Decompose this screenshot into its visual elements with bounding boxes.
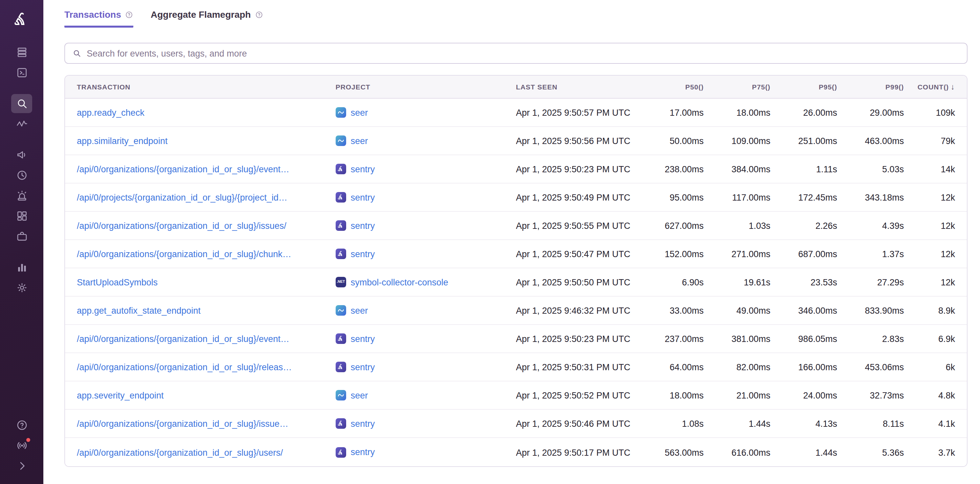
column-header-project[interactable]: PROJECT — [336, 83, 516, 91]
transaction-link[interactable]: /api/0/organizations/{organization_id_or… — [77, 221, 286, 231]
alerts-icon — [16, 189, 28, 202]
count-cell-text: 12k — [940, 221, 955, 231]
p75-cell-text: 49.00ms — [736, 306, 770, 316]
sidebar-item-replays[interactable] — [11, 166, 32, 185]
dashboards-icon — [16, 210, 28, 222]
table-row: app.ready_checkseerApr 1, 2025 9:50:57 P… — [65, 99, 967, 127]
sidebar-item-issues[interactable] — [11, 43, 32, 62]
sidebar-item-collapse[interactable] — [11, 456, 32, 476]
p99-cell-text: 463.00ms — [865, 136, 904, 146]
p75-cell: 616.00ms — [709, 446, 776, 458]
sidebar-nav — [11, 42, 32, 298]
sidebar-footer — [11, 415, 32, 476]
column-header-count[interactable]: COUNT() ↓ — [909, 82, 967, 91]
transaction-link[interactable]: /api/0/organizations/{organization_id_or… — [77, 447, 283, 457]
project-link[interactable]: sentry — [351, 447, 375, 457]
transaction-link[interactable]: /api/0/organizations/{organization_id_or… — [77, 419, 288, 429]
count-cell: 14k — [909, 163, 967, 175]
sidebar-item-stats[interactable] — [11, 258, 32, 277]
project-link[interactable]: seer — [351, 136, 368, 146]
project-link[interactable]: sentry — [351, 220, 375, 230]
transaction-link[interactable]: StartUploadSymbols — [77, 278, 158, 288]
project-link[interactable]: symbol-collector-console — [351, 277, 448, 287]
count-cell: 12k — [909, 248, 967, 260]
transaction-link[interactable]: /api/0/organizations/{organization_id_or… — [77, 165, 290, 174]
p75-cell-text: 21.00ms — [736, 391, 770, 401]
project-cell: seer — [336, 390, 516, 401]
column-header-p95[interactable]: P95() — [776, 83, 842, 91]
p95-cell: 24.00ms — [776, 389, 842, 401]
tab-aggregate-flamegraph[interactable]: Aggregate Flamegraph — [151, 9, 263, 28]
sidebar-item-feedback[interactable] — [11, 145, 32, 165]
p75-cell: 18.00ms — [709, 107, 776, 118]
transaction-link[interactable]: /api/0/organizations/{organization_id_or… — [77, 334, 290, 344]
transaction-cell: /api/0/organizations/{organization_id_or… — [65, 163, 336, 175]
p99-cell-text: 5.03s — [882, 165, 904, 174]
sidebar-item-whats-new[interactable] — [11, 436, 32, 455]
sidebar-item-search[interactable] — [11, 94, 32, 113]
transaction-link[interactable]: app.severity_endpoint — [77, 391, 164, 401]
project-cell: seer — [336, 107, 516, 118]
column-header-p50[interactable]: P50() — [642, 83, 709, 91]
tab-transactions[interactable]: Transactions — [64, 9, 134, 28]
last-seen-cell: Apr 1, 2025 9:46:32 PM UTC — [516, 305, 642, 316]
count-cell-text: 12k — [940, 278, 955, 288]
p75-cell: 384.00ms — [709, 163, 776, 175]
project-link[interactable]: sentry — [351, 164, 375, 174]
last-seen-cell: Apr 1, 2025 9:50:46 PM UTC — [516, 418, 642, 430]
project-link[interactable]: sentry — [351, 362, 375, 372]
sidebar-item-settings[interactable] — [11, 278, 32, 297]
sidebar-item-alerts[interactable] — [11, 186, 32, 205]
sidebar-item-dashboards[interactable] — [11, 206, 32, 225]
p95-cell: 1.11s — [776, 163, 842, 175]
search-input[interactable] — [87, 48, 959, 58]
count-cell: 3.7k — [909, 446, 967, 458]
project-link[interactable]: sentry — [351, 192, 375, 202]
project-cell: seer — [336, 136, 516, 146]
p99-cell-text: 833.90ms — [865, 306, 904, 316]
p50-cell-text: 33.00ms — [670, 306, 704, 316]
p99-cell: 29.00ms — [842, 107, 909, 118]
transaction-cell: app.similarity_endpoint — [65, 135, 336, 147]
p95-cell: 251.00ms — [776, 135, 842, 147]
search-bar[interactable] — [64, 43, 967, 64]
project-link[interactable]: seer — [351, 390, 368, 400]
p95-cell: 172.45ms — [776, 192, 842, 203]
sidebar-item-projects[interactable] — [11, 63, 32, 82]
transaction-link[interactable]: app.similarity_endpoint — [77, 136, 167, 146]
column-header-p99[interactable]: P99() — [842, 83, 909, 91]
sidebar-item-help[interactable] — [11, 415, 32, 434]
help-icon[interactable] — [255, 10, 263, 19]
project-link[interactable]: seer — [351, 107, 368, 117]
p50-cell-text: 6.90s — [682, 278, 704, 288]
sidebar-item-releases[interactable] — [11, 227, 32, 246]
column-header-p75[interactable]: P75() — [709, 83, 776, 91]
project-link[interactable]: sentry — [351, 419, 375, 428]
transaction-link[interactable]: /api/0/projects/{organization_id_or_slug… — [77, 193, 287, 203]
last-seen-cell: Apr 1, 2025 9:50:55 PM UTC — [516, 220, 642, 232]
count-cell: 79k — [909, 135, 967, 147]
p99-cell-text: 29.00ms — [870, 108, 904, 118]
p75-cell: 19.61s — [709, 276, 776, 288]
help-icon[interactable] — [125, 10, 134, 19]
table-row: /api/0/organizations/{organization_id_or… — [65, 325, 967, 353]
transaction-link[interactable]: app.ready_check — [77, 108, 145, 118]
count-cell-text: 4.1k — [938, 419, 955, 429]
project-link[interactable]: sentry — [351, 334, 375, 343]
p50-cell: 33.00ms — [642, 305, 709, 316]
column-header-last-seen[interactable]: LAST SEEN — [516, 83, 642, 91]
p75-cell-text: 381.00ms — [732, 334, 770, 344]
feedback-icon — [16, 149, 28, 161]
transaction-link[interactable]: /api/0/organizations/{organization_id_or… — [77, 363, 292, 372]
sentry-logo[interactable] — [11, 8, 33, 30]
project-link[interactable]: sentry — [351, 249, 375, 259]
tab-label: Transactions — [64, 9, 121, 20]
transaction-link[interactable]: app.get_autofix_state_endpoint — [77, 306, 200, 316]
whats-new-icon — [16, 439, 28, 452]
last-seen-cell-text: Apr 1, 2025 9:50:31 PM UTC — [516, 363, 630, 372]
project-link[interactable]: seer — [351, 305, 368, 315]
transaction-link[interactable]: /api/0/organizations/{organization_id_or… — [77, 249, 291, 259]
column-header-transaction[interactable]: TRANSACTION — [65, 83, 336, 91]
p50-cell-text: 17.00ms — [670, 108, 704, 118]
sidebar-item-performance[interactable] — [11, 114, 32, 134]
